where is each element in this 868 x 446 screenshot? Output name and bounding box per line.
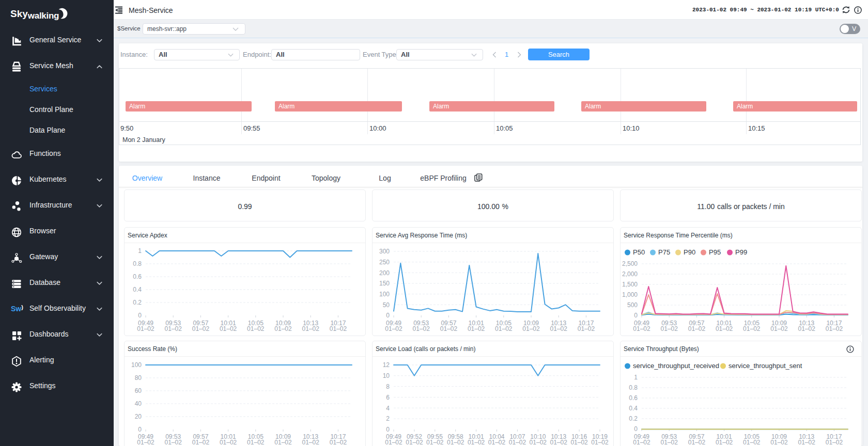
svg-text:500: 500 [627, 301, 638, 309]
svg-text:01–02: 01–02 [688, 325, 706, 332]
svg-text:01–02: 01–02 [530, 439, 547, 446]
svg-text:12: 12 [383, 361, 390, 369]
svg-text:01–02: 01–02 [274, 439, 292, 446]
svg-text:01–02: 01–02 [468, 439, 485, 446]
svg-text:01–02: 01–02 [247, 325, 265, 332]
svg-text:01–02: 01–02 [385, 439, 402, 446]
svg-text:P50: P50 [633, 248, 645, 256]
svg-text:01–02: 01–02 [488, 439, 506, 446]
svg-text:0: 0 [138, 426, 142, 433]
svg-text:0.4: 0.4 [133, 286, 142, 293]
svg-text:01–02: 01–02 [274, 325, 292, 332]
svg-text:0.2: 0.2 [629, 415, 638, 422]
svg-text:40: 40 [135, 400, 142, 407]
svg-text:0.2: 0.2 [133, 299, 142, 306]
svg-text:0.8: 0.8 [133, 260, 142, 267]
svg-text:01–02: 01–02 [192, 325, 210, 332]
svg-text:01–02: 01–02 [220, 439, 237, 446]
svg-text:P75: P75 [658, 248, 670, 256]
svg-text:01–02: 01–02 [743, 325, 761, 332]
svg-text:01–02: 01–02 [716, 439, 733, 446]
svg-text:01–02: 01–02 [220, 325, 237, 332]
svg-text:0: 0 [138, 312, 142, 319]
svg-text:01–02: 01–02 [688, 439, 706, 446]
svg-text:01–02: 01–02 [385, 325, 402, 332]
svg-text:10: 10 [383, 372, 390, 379]
svg-text:01–02: 01–02 [716, 325, 733, 332]
svg-text:01–02: 01–02 [633, 325, 650, 332]
svg-text:01–02: 01–02 [509, 439, 526, 446]
svg-text:service_throughput_received: service_throughput_received [633, 362, 719, 370]
svg-text:01–02: 01–02 [550, 325, 568, 332]
svg-text:250: 250 [379, 259, 390, 266]
svg-text:service_throughput_sent: service_throughput_sent [729, 362, 802, 370]
svg-text:01–02: 01–02 [578, 325, 595, 332]
svg-text:01–02: 01–02 [330, 325, 347, 332]
svg-text:01–02: 01–02 [826, 325, 843, 332]
svg-text:0.6: 0.6 [133, 273, 142, 280]
svg-text:P99: P99 [735, 248, 747, 256]
svg-text:2,000: 2,000 [622, 270, 638, 278]
svg-text:01–02: 01–02 [495, 325, 513, 332]
svg-text:01–02: 01–02 [137, 439, 154, 446]
svg-text:300: 300 [379, 248, 390, 255]
svg-text:P90: P90 [684, 248, 695, 256]
svg-text:1: 1 [634, 374, 638, 381]
svg-text:0.8: 0.8 [629, 384, 638, 391]
svg-text:01–02: 01–02 [406, 439, 423, 446]
svg-text:01–02: 01–02 [468, 325, 485, 332]
svg-text:01–02: 01–02 [770, 439, 788, 446]
svg-text:01–02: 01–02 [192, 439, 210, 446]
svg-text:01–02: 01–02 [426, 439, 444, 446]
svg-text:01–02: 01–02 [413, 325, 430, 332]
svg-text:01–02: 01–02 [798, 439, 816, 446]
svg-text:0.6: 0.6 [629, 394, 638, 402]
svg-text:80: 80 [135, 374, 142, 381]
svg-text:01–02: 01–02 [743, 439, 761, 446]
svg-text:01–02: 01–02 [633, 439, 650, 446]
svg-text:01–02: 01–02 [591, 439, 609, 446]
svg-text:8: 8 [386, 383, 390, 390]
svg-text:01–02: 01–02 [302, 439, 320, 446]
svg-text:0: 0 [386, 426, 390, 433]
svg-text:60: 60 [135, 387, 142, 394]
svg-text:01–02: 01–02 [440, 325, 458, 332]
svg-text:50: 50 [383, 301, 390, 309]
svg-text:100: 100 [379, 291, 390, 298]
svg-text:01–02: 01–02 [165, 439, 182, 446]
svg-text:01–02: 01–02 [770, 325, 788, 332]
svg-text:01–02: 01–02 [522, 325, 540, 332]
svg-text:01–02: 01–02 [137, 325, 154, 332]
svg-text:P95: P95 [709, 248, 721, 256]
svg-text:20: 20 [135, 413, 142, 420]
svg-text:01–02: 01–02 [550, 439, 568, 446]
svg-text:01–02: 01–02 [447, 439, 464, 446]
svg-text:01–02: 01–02 [798, 325, 816, 332]
svg-text:01–02: 01–02 [661, 439, 678, 446]
svg-text:01–02: 01–02 [330, 439, 347, 446]
svg-text:2,500: 2,500 [622, 260, 638, 267]
svg-text:100: 100 [131, 361, 142, 369]
svg-text:0: 0 [634, 425, 638, 433]
svg-text:6: 6 [386, 394, 390, 401]
svg-text:01–02: 01–02 [661, 325, 678, 332]
svg-text:2: 2 [386, 415, 390, 422]
svg-text:0.4: 0.4 [629, 405, 638, 412]
svg-text:0: 0 [634, 312, 638, 319]
svg-text:4: 4 [386, 405, 390, 412]
svg-text:150: 150 [379, 280, 390, 287]
svg-text:200: 200 [379, 269, 390, 277]
svg-text:01–02: 01–02 [570, 439, 588, 446]
svg-text:01–02: 01–02 [247, 439, 265, 446]
svg-text:1: 1 [138, 247, 142, 254]
svg-text:01–02: 01–02 [165, 325, 182, 332]
svg-text:1,500: 1,500 [622, 281, 638, 288]
svg-text:01–02: 01–02 [826, 439, 843, 446]
svg-text:01–02: 01–02 [302, 325, 320, 332]
svg-text:1,000: 1,000 [622, 291, 638, 298]
svg-text:0: 0 [386, 312, 390, 319]
